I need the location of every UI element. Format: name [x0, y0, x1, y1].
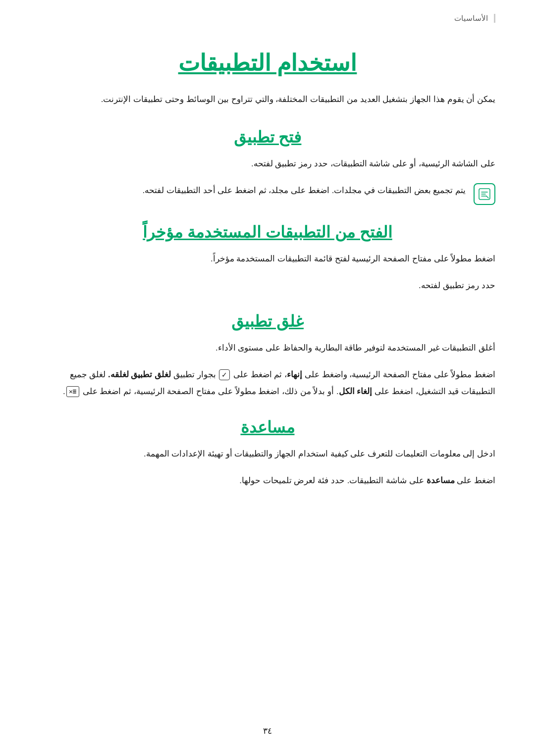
breadcrumb: الأساسيات	[40, 14, 495, 23]
bold-end: إنهاء	[287, 370, 302, 379]
section-help: مساعدة ادخل إلى معلومات التعليمات للتعرف…	[40, 418, 495, 489]
section-title-open-app: فتح تطبيق	[40, 128, 495, 147]
section-text-close-app-1: أغلق التطبيقات غير المستخدمة لتوفير طاقة…	[40, 340, 495, 356]
section-title-recent-apps: الفتح من التطبيقات المستخدمة مؤخراً	[40, 223, 495, 242]
page-number: ٣٤	[263, 726, 272, 736]
note-box: يتم تجميع بعض التطبيقات في مجلدات. اضغط …	[40, 182, 495, 205]
page-container: الأساسيات استخدام التطبيقات يمكن أن يقوم…	[0, 0, 535, 756]
section-text-recent-apps-2: حدد رمز تطبيق لفتحه.	[40, 277, 495, 294]
section-title-close-app: غلق تطبيق	[40, 312, 495, 331]
checkmark-icon: ✓	[219, 369, 230, 380]
bold-help: مساعدة	[427, 476, 455, 485]
note-text: يتم تجميع بعض التطبيقات في مجلدات. اضغط …	[40, 182, 466, 199]
section-close-app: غلق تطبيق أغلق التطبيقات غير المستخدمة ل…	[40, 312, 495, 400]
breadcrumb-text: الأساسيات	[454, 14, 488, 23]
note-svg-icon	[478, 187, 491, 201]
main-title: استخدام التطبيقات	[40, 50, 495, 76]
section-text-close-app-2: اضغط مطولاً على مفتاح الصفحة الرئيسية، و…	[40, 366, 495, 400]
note-icon	[474, 183, 495, 205]
ex-icon: ≡✕	[66, 386, 79, 397]
section-text-recent-apps-1: اضغط مطولاً على مفتاح الصفحة الرئيسية لف…	[40, 251, 495, 267]
intro-text: يمكن أن يقوم هذا الجهاز بتشغيل العديد من…	[40, 91, 495, 108]
bold-close-all: إلغاء الكل	[339, 387, 373, 396]
section-recent-apps: الفتح من التطبيقات المستخدمة مؤخراً اضغط…	[40, 223, 495, 294]
section-open-app: فتح تطبيق على الشاشة الرئيسية، أو على شا…	[40, 128, 495, 205]
section-title-help: مساعدة	[40, 418, 495, 437]
section-text-open-app: على الشاشة الرئيسية، أو على شاشة التطبيق…	[40, 155, 495, 172]
content-area: استخدام التطبيقات يمكن أن يقوم هذا الجها…	[40, 50, 495, 489]
section-text-help-1: ادخل إلى معلومات التعليمات للتعرف على كي…	[40, 446, 495, 462]
bold-close: لغلق تطبيق لغلقه.	[108, 370, 171, 379]
section-text-help-2: اضغط على مساعدة على شاشة التطبيقات. حدد …	[40, 472, 495, 489]
